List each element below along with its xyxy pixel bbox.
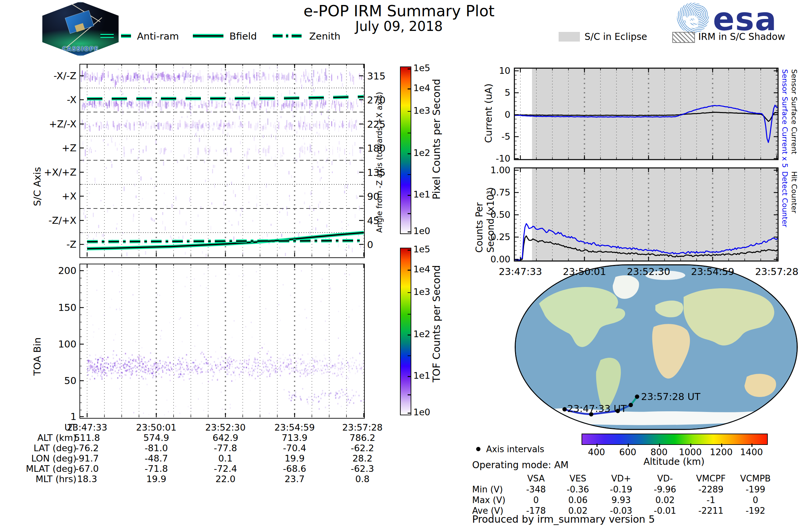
pixel-counts-colorbar <box>400 66 411 234</box>
legend-label-anti-ram: Anti-ram <box>137 31 179 42</box>
pixel-counts-colorbar-label: Pixel Counts per Second <box>431 100 442 200</box>
ephem-cell: -91.7 <box>59 453 115 463</box>
colorbar-tick-mark <box>407 89 411 90</box>
time-tick-23:47:33: 23:47:33 <box>494 266 547 277</box>
cb1-tick-1e2: 1e2 <box>413 148 430 158</box>
toa-tick-50: 50 <box>43 375 76 386</box>
sc-axis-tick--X: -X <box>26 94 76 106</box>
altitude-colorbar-label: Altitude (km) <box>624 456 724 467</box>
altitude-tick-400: 400 <box>583 447 610 457</box>
angle-tick-270: 270 <box>367 94 385 106</box>
voltage-cell: -199 <box>732 484 779 494</box>
ephem-cell: 0.1 <box>197 453 254 463</box>
voltage-cell: -2289 <box>688 484 734 494</box>
voltage-cell: -9.96 <box>642 484 688 494</box>
voltage-cell: 0 <box>732 495 779 505</box>
cb1-tick-1e0: 1e0 <box>413 226 430 236</box>
counts-tick-1.00: 1.00 <box>479 165 510 175</box>
current-tick--5: -5 <box>479 131 510 141</box>
colorbar-tick-mark <box>407 250 411 251</box>
colorbar-tick-mark <box>407 153 411 154</box>
altitude-tick-1400: 1400 <box>738 447 765 457</box>
voltage-cell: -2211 <box>688 506 734 516</box>
altitude-tick-mark <box>596 443 597 447</box>
colorbar-tick-mark <box>407 335 411 336</box>
ephem-cell: 23.7 <box>266 474 323 484</box>
toa-tick-100: 100 <box>43 339 76 350</box>
ephem-cell: -68.6 <box>266 463 323 474</box>
altitude-tick-mark <box>752 443 753 447</box>
cb2-tick-1e0: 1e0 <box>413 407 430 417</box>
angle-tick-0: 0 <box>367 239 373 250</box>
cb2-tick-1e4: 1e4 <box>413 264 430 274</box>
voltage-cell: 9.93 <box>598 495 644 505</box>
ephem-cell: -71.8 <box>128 463 185 474</box>
altitude-tick-mark <box>690 443 691 447</box>
colorbar-tick-mark <box>407 292 411 293</box>
altitude-tick-800: 800 <box>646 447 672 457</box>
colorbar-tick-mark <box>407 213 411 214</box>
angle-tick-135: 135 <box>367 167 385 178</box>
altitude-tick-1200: 1200 <box>708 447 735 457</box>
time-tick-23:52:30: 23:52:30 <box>622 266 675 277</box>
voltage-col-header-vsa: VSA <box>513 474 559 483</box>
shadow-legend-swatch <box>672 32 695 43</box>
ephem-cell: -62.2 <box>334 443 391 453</box>
zenith-legend-swatch <box>272 32 304 40</box>
operating-mode-label: Operating mode: AM <box>472 459 569 471</box>
colorbar-tick-mark <box>407 174 411 175</box>
ephem-cell: -76.2 <box>59 443 115 453</box>
ephem-cell: -81.0 <box>128 443 185 453</box>
cb2-tick-1e2: 1e2 <box>413 329 430 339</box>
sc-axis-tick-+X: +X <box>26 191 76 202</box>
colorbar-tick-mark <box>407 356 411 357</box>
detect-counter-label: Detect Counter <box>781 171 789 261</box>
time-tick-23:57:28: 23:57:28 <box>750 266 798 277</box>
current-tick-0: 0 <box>479 109 510 120</box>
time-tick-23:50:01: 23:50:01 <box>558 266 611 277</box>
footer-text: Produced by irm_summary version 5 <box>472 513 655 525</box>
cb2-tick-1e5: 1e5 <box>413 244 430 254</box>
current-tick-10: 10 <box>479 65 510 76</box>
world-map <box>515 264 798 430</box>
ephem-cell: 19.9 <box>128 474 185 484</box>
altitude-tick-mark <box>628 443 629 447</box>
sc-axis-tick--Z: -Z <box>26 239 76 250</box>
voltage-cell: -0.19 <box>598 484 644 494</box>
sc-axis-tick--X/-Z: -X/-Z <box>26 70 76 81</box>
colorbar-tick-mark <box>407 376 411 377</box>
colorbar-tick-mark <box>407 394 411 395</box>
hit-counter-label: Hit Counter <box>790 171 798 261</box>
ephem-cell: 0.8 <box>334 474 391 484</box>
sc-axis-spectrogram-panel <box>79 64 365 258</box>
sensor-current-label: Sensor Surface Current <box>790 69 798 162</box>
counts-tick-0.75: 0.75 <box>479 187 510 197</box>
cb1-tick-1e4: 1e4 <box>413 83 430 93</box>
ephem-cell: 574.9 <box>128 433 185 443</box>
ephem-cell: 28.2 <box>334 453 391 463</box>
ephem-cell: 23:54:59 <box>266 422 323 433</box>
voltage-row-label: Max (V) <box>472 495 519 505</box>
sc-axis-tick-+Z/-X: +Z/-X <box>26 118 76 130</box>
tof-counts-colorbar <box>400 248 411 415</box>
ephem-cell: 786.2 <box>334 433 391 443</box>
voltage-cell: 0.02 <box>642 495 688 505</box>
voltage-cell: -0.36 <box>555 484 601 494</box>
voltage-col-header-ves: VES <box>555 474 601 483</box>
ephem-cell: 22.0 <box>197 474 254 484</box>
voltage-row-label: Min (V) <box>472 484 519 494</box>
voltage-cell: 0 <box>513 495 559 505</box>
voltage-col-header-vd-: VD- <box>642 474 688 483</box>
colorbar-tick-mark <box>407 413 411 414</box>
ephem-cell: 23:50:01 <box>128 422 185 433</box>
angle-tick-45: 45 <box>367 215 379 226</box>
eclipse-legend-swatch <box>558 32 580 41</box>
colorbar-tick-mark <box>407 231 411 232</box>
altitude-tick-600: 600 <box>614 447 641 457</box>
cb1-tick-1e5: 1e5 <box>413 63 430 73</box>
altitude-tick-mark <box>721 443 722 447</box>
toa-tick-200: 200 <box>43 265 76 276</box>
voltage-cell: -1 <box>688 495 734 505</box>
toa-bin-panel <box>79 264 365 419</box>
tof-counts-gradient <box>401 248 411 415</box>
